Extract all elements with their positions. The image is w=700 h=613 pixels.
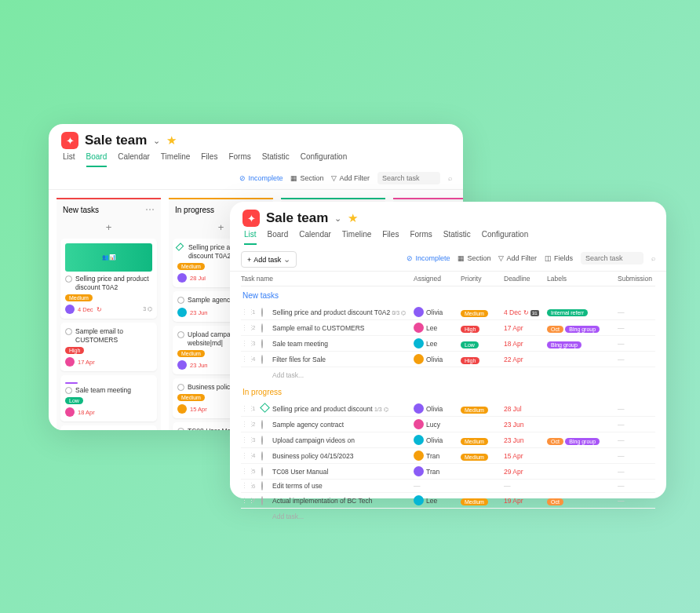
search-icon[interactable]: ⌕ bbox=[651, 254, 655, 262]
add-task-inline[interactable]: Add task... bbox=[241, 367, 655, 383]
incomplete-filter[interactable]: ⊘ Incomplete bbox=[239, 174, 283, 182]
task-title: Selling price and product discount 1/3 ⌬ bbox=[272, 405, 414, 413]
tab-statistic[interactable]: Statistic bbox=[443, 230, 471, 245]
table-row[interactable]: ⋮⋮3Sale team meetingLeeLow18 AprBlng gro… bbox=[241, 336, 655, 352]
table-row[interactable]: ⋮⋮4Business policy 04/15/2023TranMedium1… bbox=[241, 448, 655, 464]
tab-timeline[interactable]: Timeline bbox=[161, 152, 190, 167]
fields-button[interactable]: ◫ Fields bbox=[545, 254, 573, 262]
drag-handle[interactable]: ⋮⋮ bbox=[241, 340, 252, 348]
chevron-down-icon[interactable]: ⌄ bbox=[153, 136, 160, 146]
tab-board[interactable]: Board bbox=[86, 152, 108, 167]
check-icon[interactable] bbox=[261, 323, 263, 333]
check-icon[interactable] bbox=[261, 308, 263, 317]
check-icon[interactable] bbox=[261, 355, 263, 364]
add-task-button[interactable]: + Add task ⌄ bbox=[241, 251, 297, 268]
priority-badge: High bbox=[65, 347, 84, 354]
column-title: In progress bbox=[175, 206, 214, 214]
table-row[interactable]: ⋮⋮4Filter files for SaleOliviaHigh22 Apr… bbox=[241, 352, 655, 367]
priority-badge: Medium bbox=[177, 394, 205, 401]
task-card[interactable]: Filter files for Sale High 22 Apr bbox=[60, 425, 157, 430]
task-card[interactable]: 👥📊 Selling price and product discount T0… bbox=[60, 239, 157, 319]
search-input[interactable] bbox=[377, 172, 440, 184]
tab-files[interactable]: Files bbox=[382, 230, 399, 245]
submission: — bbox=[618, 405, 657, 413]
search-input[interactable] bbox=[581, 252, 643, 265]
avatar bbox=[414, 495, 424, 505]
priority-badge: Medium bbox=[461, 454, 488, 461]
drag-handle[interactable]: ⋮⋮ bbox=[241, 482, 252, 490]
section-new-tasks[interactable]: New tasks bbox=[241, 286, 655, 305]
card-image: 👥📊 bbox=[65, 243, 152, 272]
star-icon[interactable]: ★ bbox=[348, 211, 358, 225]
table-row[interactable]: ⋮⋮6Edit terms of use——— bbox=[241, 480, 655, 493]
tab-calendar[interactable]: Calendar bbox=[118, 152, 150, 167]
task-card[interactable]: Sample email to CUSTOMERS High 17 Apr bbox=[60, 323, 157, 371]
star-icon[interactable]: ★ bbox=[166, 133, 177, 148]
check-icon[interactable] bbox=[65, 387, 72, 394]
assignee: Olivia bbox=[426, 308, 443, 316]
task-title: Selling price and product discount T0A2 … bbox=[272, 308, 414, 316]
more-icon[interactable]: ⋯ bbox=[145, 204, 155, 215]
drag-handle[interactable]: ⋮⋮ bbox=[241, 436, 252, 444]
drag-handle[interactable]: ⋮⋮ bbox=[241, 468, 252, 476]
label-blng: Blng group bbox=[565, 438, 600, 445]
check-icon[interactable] bbox=[261, 420, 263, 429]
tab-forms[interactable]: Forms bbox=[228, 152, 250, 167]
check-icon[interactable] bbox=[177, 384, 184, 391]
tab-calendar[interactable]: Calendar bbox=[299, 230, 331, 245]
drag-handle[interactable]: ⋮⋮ bbox=[241, 497, 252, 505]
row-index: 3 bbox=[252, 436, 261, 443]
table-row[interactable]: ⋮⋮1Selling price and product discount 1/… bbox=[241, 401, 655, 417]
table-row[interactable]: ⋮⋮3Upload campaign videos onOliviaMedium… bbox=[241, 432, 655, 448]
drag-handle[interactable]: ⋮⋮ bbox=[241, 405, 252, 413]
search-icon[interactable]: ⌕ bbox=[448, 174, 452, 182]
check-icon[interactable] bbox=[261, 467, 263, 476]
table-row[interactable]: ⋮⋮5TC08 User ManualTran29 Apr— bbox=[241, 464, 655, 480]
chevron-down-icon[interactable]: ⌄ bbox=[334, 213, 341, 224]
tab-statistic[interactable]: Statistic bbox=[262, 152, 290, 167]
add-filter-button[interactable]: ▽ Add Filter bbox=[498, 254, 537, 262]
check-icon[interactable] bbox=[177, 331, 184, 338]
tab-configuration[interactable]: Configuration bbox=[482, 230, 528, 245]
check-icon[interactable] bbox=[261, 436, 263, 445]
table-row[interactable]: ⋮⋮7Actual implementation of BC TechLeeMe… bbox=[241, 493, 655, 509]
check-icon[interactable] bbox=[261, 451, 263, 461]
table-row[interactable]: ⋮⋮1Selling price and product discount T0… bbox=[241, 305, 655, 320]
submission: — bbox=[618, 356, 657, 363]
row-index: 4 bbox=[252, 356, 261, 363]
check-icon[interactable] bbox=[65, 275, 72, 283]
check-icon[interactable] bbox=[65, 328, 72, 335]
tab-list[interactable]: List bbox=[244, 230, 257, 245]
drag-handle[interactable]: ⋮⋮ bbox=[241, 308, 252, 316]
tab-timeline[interactable]: Timeline bbox=[342, 230, 371, 245]
add-filter-button[interactable]: ▽ Add Filter bbox=[331, 174, 370, 182]
avatar bbox=[414, 466, 424, 476]
check-icon[interactable] bbox=[177, 428, 184, 430]
drag-handle[interactable]: ⋮⋮ bbox=[241, 324, 252, 332]
drag-handle[interactable]: ⋮⋮ bbox=[241, 421, 252, 429]
tab-files[interactable]: Files bbox=[201, 152, 217, 167]
drag-handle[interactable]: ⋮⋮ bbox=[241, 452, 252, 460]
section-button[interactable]: ▦ Section bbox=[458, 254, 490, 262]
tab-board[interactable]: Board bbox=[268, 230, 289, 245]
check-icon[interactable] bbox=[261, 496, 263, 505]
assignee: Olivia bbox=[426, 356, 443, 363]
tab-forms[interactable]: Forms bbox=[410, 230, 432, 245]
section-in-progress[interactable]: In progress bbox=[241, 383, 655, 401]
add-task-inline[interactable]: Add task... bbox=[241, 509, 655, 524]
task-card[interactable]: Sale team meeting Low 18 Apr bbox=[60, 375, 157, 421]
add-card-button[interactable]: + bbox=[57, 220, 161, 235]
subtask-count: 3 ⌬ bbox=[143, 306, 152, 312]
table-row[interactable]: ⋮⋮2Sample email to CUSTOMERSLeeHigh17 Ap… bbox=[241, 320, 655, 336]
table-row[interactable]: ⋮⋮2Sample agency contractLucy23 Jun— bbox=[241, 417, 655, 432]
submission: — bbox=[618, 497, 657, 505]
check-icon[interactable] bbox=[177, 297, 184, 304]
tab-configuration[interactable]: Configuration bbox=[301, 152, 347, 167]
section-button[interactable]: ▦ Section bbox=[290, 174, 323, 182]
row-index: 3 bbox=[252, 340, 261, 347]
drag-handle[interactable]: ⋮⋮ bbox=[241, 356, 252, 363]
check-icon[interactable] bbox=[261, 481, 263, 491]
check-icon[interactable] bbox=[261, 339, 263, 348]
incomplete-filter[interactable]: ⊘ Incomplete bbox=[407, 254, 450, 262]
tab-list[interactable]: List bbox=[63, 152, 75, 167]
